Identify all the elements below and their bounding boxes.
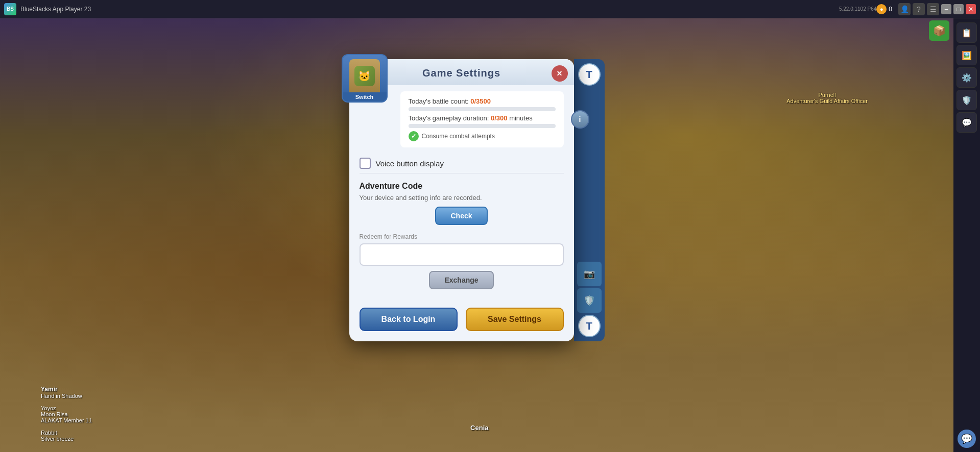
dialog-body: Today's battle count: 0/3500 Today's gam… <box>349 85 574 308</box>
avatar-face: 🐱 <box>349 59 380 92</box>
adventure-code-section: Adventure Code Your device and setting i… <box>360 182 564 225</box>
battle-count-bar <box>409 107 556 111</box>
right-panel-icon-2[interactable]: 🛡️ <box>577 288 602 313</box>
titlebar: BS BlueStacks App Player 23 5.22.0.1102 … <box>0 0 980 18</box>
modal-overlay: 🐱 Switch Game Settings × Today's battle … <box>0 18 953 452</box>
exchange-button[interactable]: Exchange <box>429 271 493 289</box>
right-panel-icon-1[interactable]: 📷 <box>577 262 602 286</box>
consume-combat-section: ✓ Consume combat attempts <box>409 131 556 141</box>
stats-section: Today's battle count: 0/3500 Today's gam… <box>400 91 564 147</box>
dialog-header: 🐱 Switch Game Settings × <box>349 59 574 85</box>
voice-button-label: Voice button display <box>376 159 444 168</box>
redeem-section: Redeem for Rewards Exchange <box>360 233 564 289</box>
battle-count-label: Today's battle count: <box>409 97 469 105</box>
battle-count-line: Today's battle count: 0/3500 <box>409 97 556 105</box>
battle-count-value: 0/3500 <box>470 97 491 105</box>
titlebar-controls: ● 0 👤 ? ☰ – □ ✕ <box>876 3 980 15</box>
adventure-code-desc: Your device and setting info are recorde… <box>360 194 564 202</box>
minimize-button[interactable]: – <box>941 4 951 14</box>
avatar-icon: 🐱 <box>354 66 375 86</box>
info-button[interactable]: i <box>571 110 589 129</box>
sidebar-icon-2[interactable]: 🖼️ <box>957 45 977 65</box>
sidebar-chat-icon[interactable]: 💬 <box>958 430 976 448</box>
coin-icon: ● <box>876 4 887 14</box>
gameplay-duration-value: 0/300 <box>491 114 508 122</box>
sidebar-icon-5[interactable]: 💬 <box>957 112 977 133</box>
coin-count: 0 <box>889 6 892 13</box>
close-window-button[interactable]: ✕ <box>966 4 976 14</box>
dialog-footer: Back to Login Save Settings <box>349 308 574 341</box>
redeem-label: Redeem for Rewards <box>360 233 564 240</box>
app-logo: BS <box>4 3 16 15</box>
gameplay-duration-bar <box>409 124 556 128</box>
sidebar-icon-3[interactable]: ⚙️ <box>957 67 977 88</box>
right-sidebar: 📋 🖼️ ⚙️ 🛡️ 💬 💬 <box>953 18 980 452</box>
dialog-wrapper: 🐱 Switch Game Settings × Today's battle … <box>349 59 605 341</box>
gameplay-duration-line: Today's gameplay duration: 0/300 minutes <box>409 114 556 122</box>
sidebar-icon-1[interactable]: 📋 <box>957 22 977 43</box>
back-to-login-button[interactable]: Back to Login <box>360 308 458 331</box>
sidebar-icon-4[interactable]: 🛡️ <box>957 90 977 110</box>
gameplay-duration-label: Today's gameplay duration: <box>409 114 489 122</box>
check-button[interactable]: Check <box>435 207 487 225</box>
consume-combat-checkmark: ✓ <box>409 131 419 141</box>
voice-button-checkbox[interactable] <box>360 158 371 169</box>
avatar-label: Switch <box>343 92 387 102</box>
gameplay-duration-unit: minutes <box>509 114 533 122</box>
close-dialog-button[interactable]: × <box>552 65 568 82</box>
dialog-title: Game Settings <box>360 67 564 79</box>
help-icon[interactable]: ? <box>913 3 925 15</box>
character-avatar: 🐱 Switch <box>342 54 388 103</box>
t-icon-bottom[interactable]: T <box>578 315 601 337</box>
adventure-code-title: Adventure Code <box>360 182 564 191</box>
voice-button-section: Voice button display <box>360 154 564 173</box>
app-title: BlueStacks App Player 23 <box>20 6 837 13</box>
t-icon-top[interactable]: T <box>578 63 601 86</box>
dialog-right-panel: T 📷 🛡️ T <box>574 59 605 341</box>
app-version: 5.22.0.1102 P64 <box>839 6 876 12</box>
redeem-input[interactable] <box>360 243 564 266</box>
user-icon[interactable]: 👤 <box>898 3 911 15</box>
game-settings-dialog: 🐱 Switch Game Settings × Today's battle … <box>349 59 574 341</box>
save-settings-button[interactable]: Save Settings <box>466 308 564 331</box>
consume-combat-label: Consume combat attempts <box>422 133 495 140</box>
maximize-button[interactable]: □ <box>953 4 964 14</box>
menu-icon[interactable]: ☰ <box>927 3 939 15</box>
